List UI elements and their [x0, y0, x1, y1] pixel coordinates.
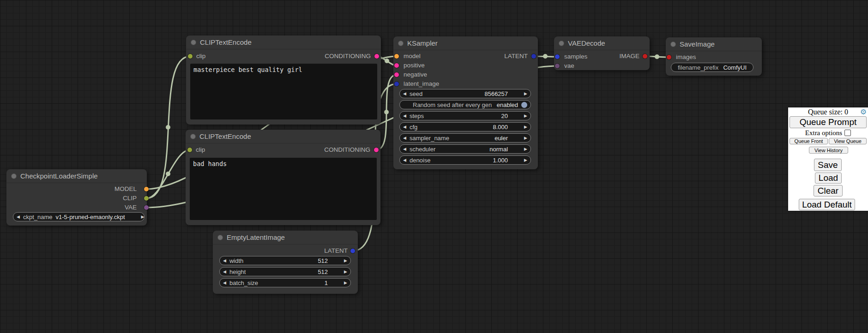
- conditioning-output-dot[interactable]: [374, 54, 379, 59]
- load-button[interactable]: Load: [815, 172, 842, 184]
- slot-label: vae: [564, 62, 574, 69]
- increment-arrow-icon[interactable]: ▶: [524, 144, 527, 154]
- decrement-arrow-icon[interactable]: ◀: [403, 89, 406, 98]
- extra-options-checkbox[interactable]: [844, 130, 851, 136]
- slot-label: MODEL: [115, 185, 137, 192]
- settings-gear-icon[interactable]: ⚙: [860, 107, 867, 116]
- node-header[interactable]: KSampler: [393, 36, 538, 50]
- load-default-button[interactable]: Load Default: [799, 199, 855, 210]
- increment-arrow-icon[interactable]: ▶: [141, 212, 145, 221]
- model-output-dot[interactable]: [144, 187, 149, 191]
- positive-input-dot[interactable]: [394, 63, 399, 68]
- view-history-button[interactable]: View History: [809, 147, 848, 154]
- node-header[interactable]: SaveImage: [666, 37, 762, 51]
- negative-prompt-input[interactable]: bad hands: [190, 158, 377, 220]
- steps-widget[interactable]: ◀ steps 20 ▶: [399, 111, 531, 120]
- collapse-dot-icon[interactable]: [217, 235, 223, 240]
- model-input-dot[interactable]: [394, 54, 399, 59]
- node-header[interactable]: CLIPTextEncode: [186, 36, 381, 49]
- collapse-dot-icon[interactable]: [190, 134, 196, 139]
- height-widget[interactable]: ◀ height 512 ▶: [219, 267, 351, 276]
- increment-arrow-icon[interactable]: ▶: [344, 256, 347, 265]
- node-empty-latent-image[interactable]: EmptyLatentImage LATENT ◀ width 512 ▶ ◀ …: [213, 231, 358, 294]
- slot-label: negative: [404, 71, 427, 78]
- save-button[interactable]: Save: [814, 159, 842, 171]
- input-slot-model: model: [393, 52, 421, 61]
- decrement-arrow-icon[interactable]: ◀: [223, 278, 226, 287]
- slot-label: latent_image: [404, 80, 439, 87]
- decrement-arrow-icon[interactable]: ◀: [17, 212, 20, 221]
- positive-prompt-input[interactable]: masterpiece best quality girl: [190, 64, 377, 119]
- decrement-arrow-icon[interactable]: ◀: [403, 122, 406, 131]
- widget-label: seed: [410, 90, 422, 97]
- increment-arrow-icon[interactable]: ▶: [524, 133, 527, 143]
- node-clip-text-encode-negative[interactable]: CLIPTextEncode clip CONDITIONING bad han…: [186, 130, 380, 225]
- collapse-dot-icon[interactable]: [559, 41, 564, 46]
- image-output-dot[interactable]: [643, 54, 647, 59]
- scheduler-widget[interactable]: ◀ scheduler normal ▶: [399, 144, 531, 154]
- widget-value: 512: [318, 268, 328, 275]
- cfg-widget[interactable]: ◀ cfg 8.000 ▶: [399, 122, 531, 131]
- queue-front-button[interactable]: Queue Front: [790, 138, 828, 144]
- ckpt-name-widget[interactable]: ◀ ckpt_name v1-5-pruned-emaonly.ckpt ▶: [13, 212, 145, 221]
- input-slot-clip: clip: [186, 145, 205, 155]
- vae-input-dot[interactable]: [555, 64, 560, 68]
- increment-arrow-icon[interactable]: ▶: [524, 155, 527, 165]
- negative-input-dot[interactable]: [394, 72, 399, 77]
- increment-arrow-icon[interactable]: ▶: [344, 278, 347, 287]
- collapse-dot-icon[interactable]: [398, 41, 404, 46]
- clip-output-dot[interactable]: [144, 196, 149, 201]
- filename-prefix-widget[interactable]: filename_prefix ComfyUI: [671, 63, 753, 72]
- width-widget[interactable]: ◀ width 512 ▶: [219, 256, 351, 265]
- images-input-dot[interactable]: [667, 55, 671, 59]
- collapse-dot-icon[interactable]: [191, 40, 196, 45]
- conditioning-output-dot[interactable]: [374, 148, 379, 152]
- queue-panel: Queue size: 0 ⚙ Queue Prompt Extra optio…: [788, 107, 868, 211]
- batch-size-widget[interactable]: ◀ batch_size 1 ▶: [219, 278, 351, 287]
- clip-input-dot[interactable]: [188, 54, 193, 59]
- vae-output-dot[interactable]: [144, 205, 149, 210]
- output-slot-model: MODEL: [115, 184, 147, 194]
- denoise-widget[interactable]: ◀ denoise 1.000 ▶: [399, 155, 531, 165]
- node-title: EmptyLatentImage: [227, 233, 285, 241]
- samples-input-dot[interactable]: [555, 54, 560, 59]
- sampler-name-widget[interactable]: ◀ sampler_name euler ▶: [399, 133, 531, 143]
- queue-prompt-button[interactable]: Queue Prompt: [790, 116, 867, 128]
- node-header[interactable]: CheckpointLoaderSimple: [6, 169, 147, 183]
- collapse-dot-icon[interactable]: [670, 42, 676, 47]
- widget-value: 1.000: [493, 157, 508, 164]
- latent-image-input-dot[interactable]: [394, 82, 399, 86]
- decrement-arrow-icon[interactable]: ◀: [403, 144, 406, 154]
- node-header[interactable]: CLIPTextEncode: [186, 130, 380, 143]
- node-title: VAEDecode: [568, 39, 605, 47]
- increment-arrow-icon[interactable]: ▶: [524, 111, 527, 120]
- random-seed-toggle-widget[interactable]: Random seed after every gen enabled: [399, 100, 531, 109]
- seed-widget[interactable]: ◀ seed 8566257 ▶: [399, 89, 531, 98]
- node-save-image[interactable]: SaveImage images filename_prefix ComfyUI: [666, 37, 762, 76]
- node-clip-text-encode-positive[interactable]: CLIPTextEncode clip CONDITIONING masterp…: [186, 36, 381, 125]
- toggle-enabled-icon[interactable]: [521, 102, 527, 108]
- node-header[interactable]: EmptyLatentImage: [213, 231, 358, 244]
- slot-label: clip: [196, 53, 205, 59]
- clear-button[interactable]: Clear: [814, 185, 843, 196]
- increment-arrow-icon[interactable]: ▶: [524, 89, 527, 98]
- graph-canvas[interactable]: CheckpointLoaderSimple MODEL CLIP VAE ◀ …: [0, 0, 868, 333]
- view-queue-button[interactable]: View Queue: [829, 138, 867, 144]
- widget-value: 8566257: [484, 90, 508, 97]
- clip-input-dot[interactable]: [187, 148, 192, 152]
- increment-arrow-icon[interactable]: ▶: [344, 267, 347, 276]
- node-checkpoint-loader[interactable]: CheckpointLoaderSimple MODEL CLIP VAE ◀ …: [6, 169, 147, 226]
- latent-output-dot[interactable]: [531, 54, 536, 59]
- decrement-arrow-icon[interactable]: ◀: [223, 267, 226, 276]
- decrement-arrow-icon[interactable]: ◀: [403, 155, 406, 165]
- input-slot-samples: samples: [554, 52, 587, 61]
- latent-output-dot[interactable]: [350, 249, 355, 253]
- node-header[interactable]: VAEDecode: [554, 36, 650, 50]
- node-ksampler[interactable]: KSampler model positive negative latent_…: [393, 36, 538, 169]
- collapse-dot-icon[interactable]: [11, 173, 17, 179]
- decrement-arrow-icon[interactable]: ◀: [223, 256, 226, 265]
- increment-arrow-icon[interactable]: ▶: [524, 122, 527, 131]
- decrement-arrow-icon[interactable]: ◀: [403, 111, 406, 120]
- node-vae-decode[interactable]: VAEDecode samples vae IMAGE: [554, 36, 650, 70]
- decrement-arrow-icon[interactable]: ◀: [403, 133, 406, 143]
